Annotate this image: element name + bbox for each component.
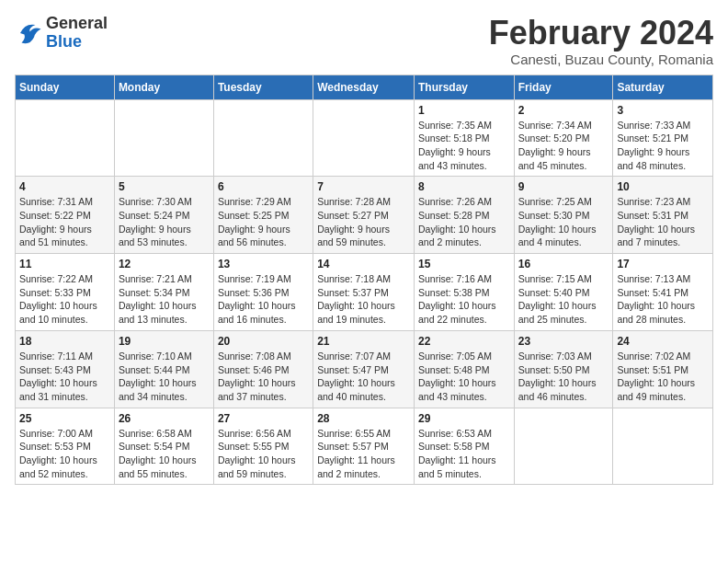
calendar-cell [213, 99, 313, 177]
day-info: Sunrise: 7:10 AM Sunset: 5:44 PM Dayligh… [119, 350, 210, 404]
day-number: 14 [317, 258, 410, 270]
logo-text: General Blue [46, 15, 108, 52]
day-info: Sunrise: 7:23 AM Sunset: 5:31 PM Dayligh… [617, 195, 709, 249]
day-number: 18 [19, 335, 110, 348]
calendar-cell: 5Sunrise: 7:30 AM Sunset: 5:24 PM Daylig… [114, 177, 213, 254]
day-number: 9 [518, 180, 609, 193]
day-info: Sunrise: 7:34 AM Sunset: 5:20 PM Dayligh… [518, 119, 609, 173]
calendar-cell [16, 99, 115, 177]
location-subtitle: Canesti, Buzau County, Romania [489, 52, 713, 67]
calendar-header: SundayMondayTuesdayWednesdayThursdayFrid… [16, 75, 713, 99]
calendar-cell: 11Sunrise: 7:22 AM Sunset: 5:33 PM Dayli… [16, 254, 115, 331]
header-day: Sunday [16, 75, 115, 99]
day-info: Sunrise: 6:56 AM Sunset: 5:55 PM Dayligh… [218, 427, 309, 481]
calendar-cell: 15Sunrise: 7:16 AM Sunset: 5:38 PM Dayli… [414, 254, 514, 331]
day-number: 20 [218, 335, 309, 348]
calendar-cell: 28Sunrise: 6:55 AM Sunset: 5:57 PM Dayli… [313, 408, 415, 485]
calendar-cell: 13Sunrise: 7:19 AM Sunset: 5:36 PM Dayli… [213, 254, 313, 331]
day-number: 19 [119, 335, 210, 348]
calendar-cell: 26Sunrise: 6:58 AM Sunset: 5:54 PM Dayli… [114, 408, 213, 485]
day-number: 17 [617, 258, 709, 270]
header-day: Monday [114, 75, 213, 99]
calendar-week-row: 1Sunrise: 7:35 AM Sunset: 5:18 PM Daylig… [16, 99, 713, 177]
calendar-cell: 10Sunrise: 7:23 AM Sunset: 5:31 PM Dayli… [613, 177, 713, 254]
day-info: Sunrise: 7:18 AM Sunset: 5:37 PM Dayligh… [317, 272, 410, 327]
day-number: 21 [317, 335, 410, 348]
day-info: Sunrise: 7:08 AM Sunset: 5:46 PM Dayligh… [218, 350, 309, 404]
calendar-cell: 29Sunrise: 6:53 AM Sunset: 5:58 PM Dayli… [414, 408, 514, 485]
calendar-cell: 6Sunrise: 7:29 AM Sunset: 5:25 PM Daylig… [213, 177, 313, 254]
calendar-week-row: 18Sunrise: 7:11 AM Sunset: 5:43 PM Dayli… [16, 330, 713, 408]
day-info: Sunrise: 7:22 AM Sunset: 5:33 PM Dayligh… [19, 272, 110, 327]
header-day: Friday [514, 75, 613, 99]
logo-blue: Blue [46, 32, 82, 51]
calendar-cell [514, 408, 613, 485]
calendar-cell: 14Sunrise: 7:18 AM Sunset: 5:37 PM Dayli… [313, 254, 415, 331]
day-info: Sunrise: 7:13 AM Sunset: 5:41 PM Dayligh… [617, 272, 709, 327]
day-number: 1 [418, 104, 510, 117]
day-number: 12 [119, 258, 210, 270]
calendar-cell [313, 99, 415, 177]
day-info: Sunrise: 7:11 AM Sunset: 5:43 PM Dayligh… [19, 350, 110, 404]
day-info: Sunrise: 7:21 AM Sunset: 5:34 PM Dayligh… [119, 272, 210, 327]
day-info: Sunrise: 7:03 AM Sunset: 5:50 PM Dayligh… [518, 350, 609, 404]
day-info: Sunrise: 7:00 AM Sunset: 5:53 PM Dayligh… [19, 427, 110, 481]
calendar-cell: 7Sunrise: 7:28 AM Sunset: 5:27 PM Daylig… [313, 177, 415, 254]
day-info: Sunrise: 7:25 AM Sunset: 5:30 PM Dayligh… [518, 195, 609, 249]
calendar-cell: 27Sunrise: 6:56 AM Sunset: 5:55 PM Dayli… [213, 408, 313, 485]
day-number: 10 [617, 180, 709, 193]
calendar-cell: 17Sunrise: 7:13 AM Sunset: 5:41 PM Dayli… [613, 254, 713, 331]
calendar-cell: 19Sunrise: 7:10 AM Sunset: 5:44 PM Dayli… [114, 330, 213, 408]
calendar-cell: 4Sunrise: 7:31 AM Sunset: 5:22 PM Daylig… [16, 177, 115, 254]
calendar-week-row: 4Sunrise: 7:31 AM Sunset: 5:22 PM Daylig… [16, 177, 713, 254]
calendar-cell: 25Sunrise: 7:00 AM Sunset: 5:53 PM Dayli… [16, 408, 115, 485]
day-number: 2 [518, 104, 609, 117]
day-info: Sunrise: 7:07 AM Sunset: 5:47 PM Dayligh… [317, 350, 410, 404]
day-number: 5 [119, 180, 210, 193]
title-area: February 2024 Canesti, Buzau County, Rom… [489, 15, 713, 67]
calendar-table: SundayMondayTuesdayWednesdayThursdayFrid… [15, 75, 713, 486]
day-number: 11 [19, 258, 110, 270]
day-number: 24 [617, 335, 709, 348]
calendar-cell [114, 99, 213, 177]
calendar-cell: 3Sunrise: 7:33 AM Sunset: 5:21 PM Daylig… [613, 99, 713, 177]
day-info: Sunrise: 7:29 AM Sunset: 5:25 PM Dayligh… [218, 195, 309, 249]
header-day: Saturday [613, 75, 713, 99]
calendar-cell: 2Sunrise: 7:34 AM Sunset: 5:20 PM Daylig… [514, 99, 613, 177]
header-day: Wednesday [313, 75, 415, 99]
calendar-cell: 23Sunrise: 7:03 AM Sunset: 5:50 PM Dayli… [514, 330, 613, 408]
calendar-week-row: 11Sunrise: 7:22 AM Sunset: 5:33 PM Dayli… [16, 254, 713, 331]
day-info: Sunrise: 7:19 AM Sunset: 5:36 PM Dayligh… [218, 272, 309, 327]
calendar-cell: 9Sunrise: 7:25 AM Sunset: 5:30 PM Daylig… [514, 177, 613, 254]
calendar-cell: 12Sunrise: 7:21 AM Sunset: 5:34 PM Dayli… [114, 254, 213, 331]
calendar-cell: 8Sunrise: 7:26 AM Sunset: 5:28 PM Daylig… [414, 177, 514, 254]
day-info: Sunrise: 6:58 AM Sunset: 5:54 PM Dayligh… [119, 427, 210, 481]
header-day: Thursday [414, 75, 514, 99]
calendar-body: 1Sunrise: 7:35 AM Sunset: 5:18 PM Daylig… [16, 99, 713, 485]
day-number: 22 [418, 335, 510, 348]
day-info: Sunrise: 7:28 AM Sunset: 5:27 PM Dayligh… [317, 195, 410, 249]
logo: General Blue [15, 15, 108, 52]
header-day: Tuesday [213, 75, 313, 99]
day-number: 23 [518, 335, 609, 348]
calendar-cell: 1Sunrise: 7:35 AM Sunset: 5:18 PM Daylig… [414, 99, 514, 177]
day-info: Sunrise: 7:16 AM Sunset: 5:38 PM Dayligh… [418, 272, 510, 327]
day-info: Sunrise: 6:55 AM Sunset: 5:57 PM Dayligh… [317, 427, 410, 481]
page-header: General Blue February 2024 Canesti, Buza… [15, 15, 713, 67]
calendar-week-row: 25Sunrise: 7:00 AM Sunset: 5:53 PM Dayli… [16, 408, 713, 485]
day-info: Sunrise: 7:05 AM Sunset: 5:48 PM Dayligh… [418, 350, 510, 404]
day-info: Sunrise: 7:35 AM Sunset: 5:18 PM Dayligh… [418, 119, 510, 173]
day-info: Sunrise: 7:33 AM Sunset: 5:21 PM Dayligh… [617, 119, 709, 173]
day-info: Sunrise: 7:26 AM Sunset: 5:28 PM Dayligh… [418, 195, 510, 249]
day-number: 7 [317, 180, 410, 193]
day-info: Sunrise: 7:30 AM Sunset: 5:24 PM Dayligh… [119, 195, 210, 249]
logo-bird-icon [15, 19, 42, 47]
day-number: 3 [617, 104, 709, 117]
day-info: Sunrise: 6:53 AM Sunset: 5:58 PM Dayligh… [418, 427, 510, 481]
month-title: February 2024 [489, 15, 713, 52]
calendar-cell: 16Sunrise: 7:15 AM Sunset: 5:40 PM Dayli… [514, 254, 613, 331]
day-number: 29 [418, 412, 510, 425]
calendar-cell: 20Sunrise: 7:08 AM Sunset: 5:46 PM Dayli… [213, 330, 313, 408]
day-number: 16 [518, 258, 609, 270]
day-number: 4 [19, 180, 110, 193]
